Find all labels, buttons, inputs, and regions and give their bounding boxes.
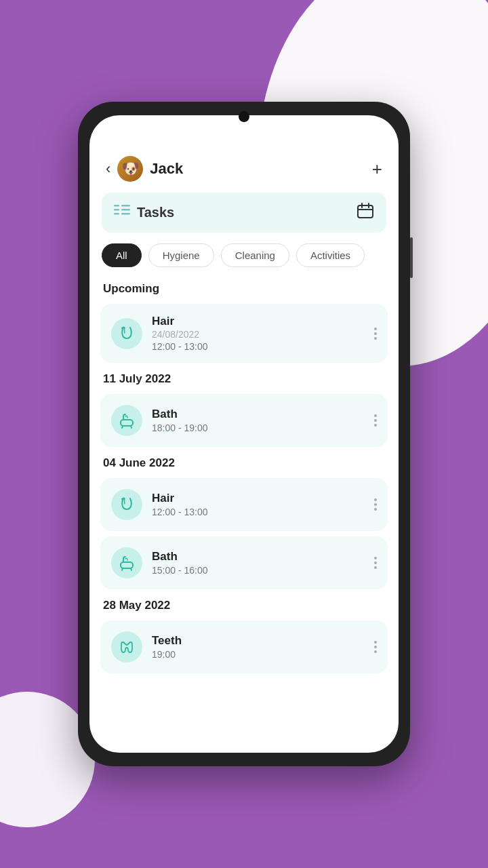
task-card-left: Hair 12:00 - 13:00 xyxy=(111,489,208,520)
more-dot xyxy=(374,332,377,335)
more-dot xyxy=(374,557,377,559)
task-info-hair-upcoming: Hair 24/08/2022 12:00 - 13:00 xyxy=(152,315,208,352)
task-info-bath-july: Bath 18:00 - 19:00 xyxy=(152,408,208,433)
back-button[interactable]: ‹ xyxy=(106,160,110,178)
avatar-image: 🐶 xyxy=(117,156,143,182)
svg-line-17 xyxy=(131,568,131,570)
more-dot xyxy=(374,650,377,653)
filter-cleaning[interactable]: Cleaning xyxy=(221,243,289,267)
task-card-teeth-may: Teeth 19:00 xyxy=(100,620,388,673)
task-card-bath-june: Bath 15:00 - 16:00 xyxy=(100,536,388,589)
task-time: 12:00 - 13:00 xyxy=(152,341,208,352)
task-time: 18:00 - 19:00 xyxy=(152,422,208,433)
svg-rect-0 xyxy=(114,205,119,207)
side-button xyxy=(410,237,413,278)
svg-rect-2 xyxy=(114,213,119,215)
more-options-button[interactable] xyxy=(374,414,377,427)
task-name: Teeth xyxy=(152,634,182,648)
section-june-header: 04 June 2022 xyxy=(89,452,399,475)
section-may-header: 28 May 2022 xyxy=(89,595,399,618)
svg-line-16 xyxy=(122,568,123,570)
svg-rect-15 xyxy=(121,562,133,568)
svg-rect-3 xyxy=(121,205,130,207)
more-dot xyxy=(374,503,377,506)
svg-rect-4 xyxy=(121,209,130,211)
more-options-button[interactable] xyxy=(374,498,377,511)
task-card-bath-july: Bath 18:00 - 19:00 xyxy=(100,394,388,447)
task-time: 19:00 xyxy=(152,649,182,660)
svg-line-12 xyxy=(122,426,123,428)
task-icon-hair-june xyxy=(111,489,142,520)
filter-activities[interactable]: Activities xyxy=(296,243,365,267)
task-icon-bath xyxy=(111,405,142,436)
task-time: 15:00 - 16:00 xyxy=(152,565,208,576)
task-card-hair-june: Hair 12:00 - 13:00 xyxy=(100,478,388,531)
task-card-left: Teeth 19:00 xyxy=(111,631,182,663)
section-upcoming-header: Upcoming xyxy=(89,278,399,301)
task-icon-bath-june xyxy=(111,547,142,578)
task-card-left: Bath 18:00 - 19:00 xyxy=(111,405,208,436)
task-name: Bath xyxy=(152,550,208,564)
more-dot xyxy=(374,424,377,427)
more-dot xyxy=(374,566,377,569)
more-dot xyxy=(374,419,377,422)
phone-screen: ‹ 🐶 Jack + xyxy=(89,115,399,753)
header-left: ‹ 🐶 Jack xyxy=(106,156,183,182)
tasks-list-icon xyxy=(114,203,130,222)
task-name: Hair xyxy=(152,315,208,328)
task-name: Bath xyxy=(152,408,208,421)
task-card-hair-upcoming: Hair 24/08/2022 12:00 - 13:00 xyxy=(100,304,388,363)
more-options-button[interactable] xyxy=(374,641,377,653)
task-date: 24/08/2022 xyxy=(152,329,208,340)
tasks-bar: Tasks xyxy=(102,193,386,233)
tasks-label: Tasks xyxy=(137,205,174,220)
tasks-bar-left: Tasks xyxy=(114,203,174,222)
more-dot xyxy=(374,646,377,648)
svg-rect-5 xyxy=(121,213,130,215)
calendar-icon[interactable] xyxy=(357,202,374,223)
svg-rect-1 xyxy=(114,209,119,211)
task-info-hair-june: Hair 12:00 - 13:00 xyxy=(152,492,208,517)
task-name: Hair xyxy=(152,492,208,505)
camera-notch xyxy=(239,111,249,122)
more-dot xyxy=(374,561,377,564)
task-icon-teeth xyxy=(111,631,142,663)
more-dot xyxy=(374,414,377,417)
filter-all[interactable]: All xyxy=(102,243,142,267)
task-card-left: Hair 24/08/2022 12:00 - 13:00 xyxy=(111,315,208,352)
task-time: 12:00 - 13:00 xyxy=(152,507,208,517)
section-july-header: 11 July 2022 xyxy=(89,368,399,391)
add-task-button[interactable]: + xyxy=(372,159,382,180)
filter-hygiene[interactable]: Hygiene xyxy=(148,243,214,267)
avatar: 🐶 xyxy=(117,156,143,182)
more-dot xyxy=(374,337,377,340)
more-dot xyxy=(374,328,377,330)
app-header: ‹ 🐶 Jack + xyxy=(89,145,399,189)
content-area: ‹ 🐶 Jack + xyxy=(89,145,399,753)
more-dot xyxy=(374,641,377,644)
more-options-button[interactable] xyxy=(374,328,377,340)
task-icon-hair xyxy=(111,318,142,349)
phone-frame: ‹ 🐶 Jack + xyxy=(78,102,410,766)
svg-rect-6 xyxy=(358,205,373,218)
task-info-bath-june: Bath 15:00 - 16:00 xyxy=(152,550,208,576)
more-options-button[interactable] xyxy=(374,557,377,569)
svg-line-13 xyxy=(131,426,131,428)
task-card-left: Bath 15:00 - 16:00 xyxy=(111,547,208,578)
svg-rect-11 xyxy=(121,420,133,426)
user-name: Jack xyxy=(150,160,183,178)
more-dot xyxy=(374,498,377,501)
more-dot xyxy=(374,508,377,511)
task-info-teeth-may: Teeth 19:00 xyxy=(152,634,182,660)
filter-row: All Hygiene Cleaning Activities xyxy=(89,241,399,278)
